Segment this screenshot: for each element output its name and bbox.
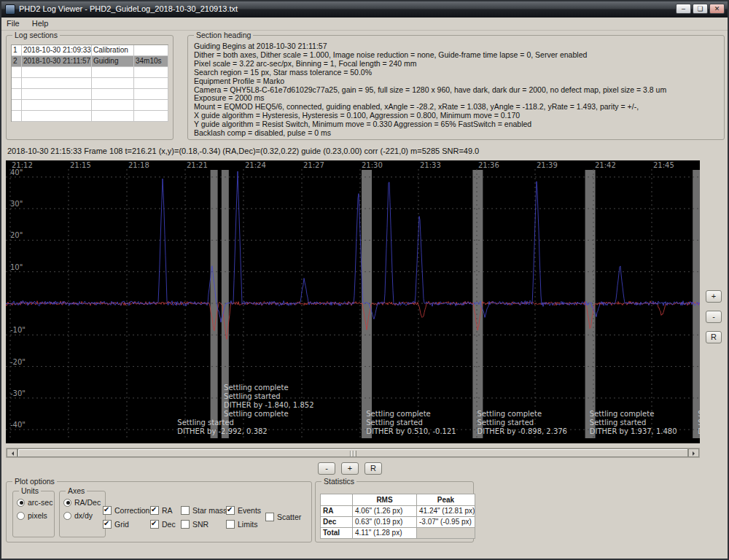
svg-text:30": 30" — [10, 200, 23, 208]
checkbox-icon — [150, 520, 159, 529]
svg-text:Settling complete: Settling complete — [698, 410, 700, 418]
radio-label: dx/dy — [74, 511, 93, 520]
log-cell — [92, 67, 134, 78]
checkbox-icon — [226, 506, 235, 515]
left-triangle-icon — [9, 451, 14, 456]
log-cell — [134, 67, 168, 78]
radio-dx-dy[interactable]: dx/dy — [63, 509, 105, 522]
svg-text:Settling started: Settling started — [477, 419, 534, 427]
checkbox-label: SNR — [192, 520, 208, 529]
checkbox-label: Grid — [114, 520, 129, 529]
svg-text:-40": -40" — [10, 421, 26, 429]
stats-row-ra: RA4.06" (1.26 px)41.24" (12.81 px) — [321, 506, 475, 517]
minimize-button[interactable]: – — [676, 4, 691, 14]
stats-header-cell: Peak — [417, 494, 475, 506]
svg-text:21:45: 21:45 — [653, 161, 674, 169]
thumb-grip-icon — [350, 451, 356, 456]
log-cell: 2018-10-30 21:09:33 — [22, 45, 92, 56]
svg-text:21:42: 21:42 — [595, 161, 616, 169]
checkbox-label: RA — [162, 506, 173, 515]
log-cell — [134, 100, 168, 111]
plot-options-label: Plot options — [12, 477, 57, 486]
scroll-right-arrow-button[interactable] — [688, 448, 699, 457]
log-cell — [92, 89, 134, 100]
log-cell: 2 — [12, 56, 22, 67]
stats-cell: 41.24" (12.81 px) — [417, 506, 475, 517]
log-cell: 2018-10-30 21:11:57 — [22, 56, 92, 67]
checkbox-label: Limits — [238, 520, 257, 529]
radio-icon — [63, 499, 71, 507]
svg-text:Settling complete: Settling complete — [590, 410, 654, 418]
checkbox-ra[interactable]: RA — [150, 504, 173, 517]
log-cell — [22, 67, 92, 78]
log-section-row[interactable] — [12, 67, 168, 78]
radio-arc-sec[interactable]: arc-sec — [17, 496, 54, 509]
log-cell — [134, 78, 168, 89]
statistics-label: Statistics — [321, 477, 356, 486]
hreset-button[interactable]: R — [364, 462, 382, 475]
checkbox-events[interactable]: Events — [226, 504, 261, 517]
units-subgroup: Units arc-secpixels — [12, 491, 55, 537]
checkbox-star-mass[interactable]: Star mass — [181, 504, 227, 517]
checkbox-icon — [103, 506, 112, 515]
chart-hscrollbar[interactable] — [6, 448, 700, 458]
guide-chart-svg[interactable]: 21:1221:1521:1821:2121:2421:2721:3021:33… — [6, 160, 700, 443]
svg-text:-20": -20" — [10, 358, 26, 366]
svg-text:Settling started: Settling started — [366, 419, 423, 427]
log-section-row[interactable]: 12018-10-30 21:09:33Calibration — [12, 45, 168, 56]
scrollbar-thumb[interactable] — [17, 448, 688, 457]
right-triangle-icon — [693, 451, 697, 456]
svg-text:21:36: 21:36 — [478, 161, 499, 169]
hzoom-in-button[interactable]: + — [341, 462, 359, 475]
log-section-row[interactable] — [12, 111, 168, 122]
section-heading-group: Section heading Guiding Begins at 2018-1… — [187, 35, 725, 140]
section-heading-group-label: Section heading — [194, 31, 253, 40]
axes-subgroup: Axes RA/Decdx/dy — [59, 491, 106, 537]
log-cell — [12, 111, 22, 122]
units-label: Units — [19, 486, 41, 496]
log-section-row[interactable] — [12, 100, 168, 111]
radio-ra-dec[interactable]: RA/Dec — [63, 496, 105, 509]
svg-text:10": 10" — [10, 263, 23, 271]
menu-help[interactable]: Help — [27, 18, 54, 29]
section-heading-text: Guiding Begins at 2018-10-30 21:11:57Dit… — [194, 42, 666, 138]
log-section-row[interactable] — [12, 89, 168, 100]
guide-chart[interactable]: 21:1221:1521:1821:2121:2421:2721:3021:33… — [6, 160, 700, 443]
log-sections-table[interactable]: 12018-10-30 21:09:33Calibration22018-10-… — [11, 44, 168, 122]
checkbox-corrections[interactable]: Corrections — [103, 504, 154, 517]
svg-text:21:33: 21:33 — [420, 161, 441, 169]
chart-zoom-out-button[interactable]: - — [706, 311, 722, 323]
stats-cell — [417, 528, 475, 539]
close-button[interactable]: ✕ — [709, 4, 725, 14]
log-section-row[interactable]: 22018-10-30 21:11:57Guiding34m10s — [12, 56, 168, 67]
svg-text:20": 20" — [10, 231, 23, 239]
titlebar[interactable]: PHD2 Log Viewer - PHD2_GuideLog_2018-10-… — [1, 1, 728, 18]
svg-text:40": 40" — [10, 168, 23, 176]
hzoom-out-button[interactable]: - — [318, 462, 335, 475]
frame-status-line: 2018-10-30 21:15:33 Frame 108 t=216.21 (… — [7, 147, 479, 155]
log-cell — [22, 89, 92, 100]
stats-cell: -3.07" (-0.95 px) — [417, 517, 475, 528]
log-cell: 1 — [12, 45, 22, 56]
radio-pixels[interactable]: pixels — [17, 509, 54, 522]
checkbox-label: Star mass — [192, 506, 227, 515]
log-cell — [92, 78, 134, 89]
menu-file[interactable]: File — [1, 18, 25, 29]
stats-header-cell — [321, 494, 353, 506]
scroll-left-arrow-button[interactable] — [7, 448, 17, 457]
checkbox-grid[interactable]: Grid — [103, 518, 129, 531]
log-section-row[interactable] — [12, 78, 168, 89]
log-cell — [22, 78, 92, 89]
maximize-button[interactable]: ❏ — [693, 4, 708, 14]
checkbox-dec[interactable]: Dec — [150, 518, 176, 531]
checkbox-limits[interactable]: Limits — [226, 518, 257, 531]
heading-line: Camera = QHY5L8-C-61e7d61029c77a25, gain… — [194, 86, 666, 95]
checkbox-label: Dec — [162, 520, 176, 529]
checkbox-snr[interactable]: SNR — [181, 518, 208, 531]
svg-text:21:39: 21:39 — [537, 161, 558, 169]
window-title: PHD2 Log Viewer - PHD2_GuideLog_2018-10-… — [19, 4, 238, 13]
chart-vreset-button[interactable]: R — [706, 331, 722, 343]
chart-zoom-in-button[interactable]: + — [706, 290, 722, 303]
app-icon — [5, 4, 15, 15]
checkbox-scatter[interactable]: Scatter — [265, 510, 301, 524]
